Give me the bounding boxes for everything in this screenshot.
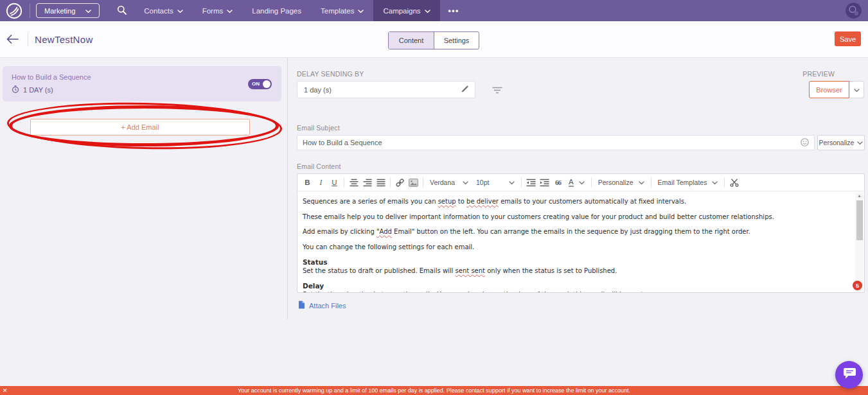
delay-value: 1 day (s): [304, 86, 332, 94]
bold-icon[interactable]: B: [301, 176, 314, 189]
editor-paragraph: Set the status to draft or published. Em…: [303, 267, 850, 276]
preview-browser-button[interactable]: Browser: [809, 81, 849, 98]
link-icon[interactable]: [393, 176, 407, 189]
tab-settings[interactable]: Settings: [434, 32, 479, 49]
nav-more-button[interactable]: •••: [440, 6, 468, 15]
nav-divider: [30, 4, 30, 18]
font-size-select[interactable]: 10pt: [472, 176, 518, 189]
editor-text-segment: Status: [303, 258, 327, 266]
toggle-on-label: ON: [252, 82, 260, 87]
chevron-down-icon: [227, 7, 233, 15]
misspelled-text: "Add: [376, 228, 392, 235]
font-color-select[interactable]: A: [565, 176, 589, 189]
attach-files-label: Attach Files: [309, 302, 346, 310]
search-icon: [117, 5, 127, 17]
toolbar-separator: [724, 177, 725, 188]
email-templates-select[interactable]: Email Templates: [654, 176, 722, 189]
misspelled-text: be deliver: [466, 198, 499, 205]
toolbar-separator: [591, 177, 592, 188]
underline-icon[interactable]: U: [328, 176, 341, 189]
attach-files-link[interactable]: Attach Files: [298, 301, 346, 310]
align-justify-icon[interactable]: [374, 176, 387, 189]
chat-widget-button[interactable]: [835, 361, 863, 389]
delay-input[interactable]: 1 day (s): [297, 81, 475, 98]
nav-item-label: Campaigns: [383, 7, 420, 15]
avatar-icon: [846, 11, 862, 19]
toggle-knob: [263, 80, 270, 88]
toolbar-separator: [651, 177, 651, 188]
nav-item-campaigns[interactable]: Campaigns: [373, 0, 439, 21]
font-family-select[interactable]: Verdana: [426, 176, 472, 189]
indent-icon[interactable]: [538, 176, 551, 189]
email-on-toggle[interactable]: ON: [248, 79, 272, 89]
personalize-select[interactable]: Personalize: [594, 176, 648, 189]
clock-icon: [12, 85, 19, 94]
nav-item-label: Forms: [202, 7, 224, 15]
email-subject-label: Email Subject: [297, 124, 340, 132]
brand-logo-icon[interactable]: [6, 3, 22, 19]
chevron-down-icon: [712, 179, 718, 186]
pencil-icon[interactable]: [461, 85, 468, 94]
back-button[interactable]: [6, 35, 19, 46]
blockquote-icon[interactable]: 66: [551, 176, 565, 189]
image-icon[interactable]: [407, 176, 420, 189]
email-card-delay-text: 1 DAY (s): [23, 86, 53, 94]
app-switcher-marketing[interactable]: Marketing: [36, 3, 100, 18]
top-navbar: Marketing ContactsFormsLanding PagesTemp…: [0, 0, 868, 21]
nav-item-forms[interactable]: Forms: [193, 0, 243, 21]
nav-item-contacts[interactable]: Contacts: [134, 0, 192, 21]
chevron-down-icon: [857, 139, 863, 146]
nav-item-label: Contacts: [144, 7, 173, 15]
banner-message: Your account is currently warming up and…: [238, 387, 630, 394]
tab-content[interactable]: Content: [389, 32, 434, 49]
add-email-button[interactable]: + Add Email: [30, 119, 250, 136]
app-switcher-label: Marketing: [44, 7, 75, 15]
rich-text-editor: BIUVerdana10pt66APersonalizeEmail Templa…: [297, 173, 865, 293]
editor-scrollbar[interactable]: ▲: [855, 192, 864, 292]
banner-close-button[interactable]: ✕: [3, 386, 8, 395]
editor-text-segment: only when the status is set to Published…: [485, 267, 617, 274]
toolbar-separator: [423, 177, 423, 188]
cut-icon[interactable]: [727, 176, 741, 189]
email-editor-panel: DELAY SENDING BY 1 day (s) PREVIEW Brows…: [288, 58, 868, 386]
save-button[interactable]: Save: [835, 31, 861, 46]
header-divider: [28, 33, 28, 46]
main-nav: ContactsFormsLanding PagesTemplatesCampa…: [134, 0, 439, 21]
editor-text-segment: Sequences are a series of emails you can: [303, 198, 438, 205]
content-settings-tabs: ContentSettings: [388, 31, 479, 49]
editor-text-segment: emails to your customers automatically a…: [499, 198, 686, 205]
sequence-email-card[interactable]: How to Build a Sequence 1 DAY (s) ON: [3, 66, 281, 101]
preview-label: PREVIEW: [802, 70, 835, 78]
chevron-down-icon: [177, 7, 183, 15]
chat-bubble-icon: [842, 367, 856, 382]
nav-item-landing-pages[interactable]: Landing Pages: [242, 0, 311, 21]
editor-text-segment: Add emails by clicking: [303, 228, 376, 235]
align-right-icon[interactable]: [360, 176, 374, 189]
search-button[interactable]: [117, 5, 127, 17]
editor-content-area[interactable]: Sequences are a series of emails you can…: [297, 192, 855, 292]
notification-badge[interactable]: 5: [853, 281, 862, 290]
chevron-down-icon: [463, 179, 468, 186]
misspelled-text: setup: [438, 198, 456, 205]
align-center-icon[interactable]: [347, 176, 360, 189]
subject-personalize-button[interactable]: Personalize: [817, 135, 865, 150]
preview-dropdown-button[interactable]: [849, 81, 864, 98]
outdent-icon[interactable]: [524, 176, 538, 189]
scroll-up-arrow-icon[interactable]: ▲: [855, 192, 864, 200]
email-content-label: Email Content: [297, 162, 341, 170]
email-subject-input[interactable]: How to Build a Sequence: [297, 135, 815, 150]
emoji-smiley-icon[interactable]: [801, 138, 809, 148]
scrollbar-thumb[interactable]: [856, 200, 863, 240]
sequence-list-panel: How to Build a Sequence 1 DAY (s) ON + A…: [0, 58, 288, 319]
editor-paragraph: Status: [303, 258, 850, 267]
chevron-down-icon: [639, 179, 644, 186]
chevron-down-icon: [358, 7, 364, 15]
italic-icon[interactable]: I: [314, 176, 328, 189]
nav-item-label: Templates: [321, 7, 354, 15]
font-color-select-label: A: [569, 178, 574, 187]
filter-button[interactable]: [492, 86, 502, 96]
editor-text-segment: These emails help you to deliver importa…: [303, 213, 774, 220]
chevron-down-icon: [509, 179, 515, 186]
user-avatar[interactable]: [846, 3, 862, 19]
nav-item-templates[interactable]: Templates: [311, 0, 373, 21]
